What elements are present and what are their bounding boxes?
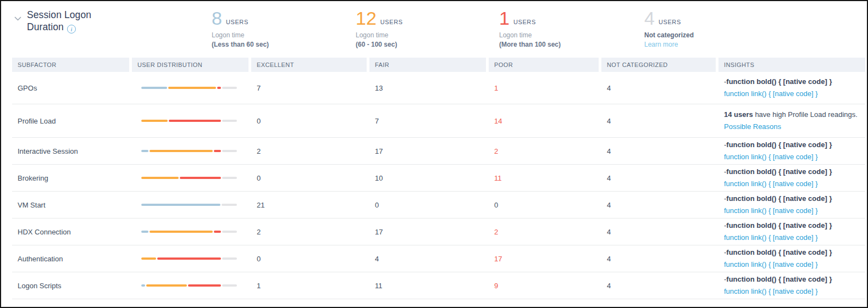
distribution-segment-not_categorized bbox=[222, 284, 237, 287]
distribution-segment-fair bbox=[141, 120, 168, 122]
user-distribution-bar bbox=[141, 87, 237, 89]
table-row: Brokering 0 10 11 4 -function bold() { [… bbox=[12, 165, 865, 192]
possible-reasons-link[interactable]: Possible Reasons bbox=[724, 122, 865, 132]
excellent-value: 0 bbox=[251, 255, 367, 263]
info-icon[interactable]: i bbox=[67, 25, 76, 33]
table-row: GPOs 7 13 1 4 -function bold() { [native… bbox=[12, 72, 865, 104]
poor-value: 2 bbox=[489, 228, 599, 236]
possible-reasons-link[interactable]: function link() { [native code] } bbox=[724, 152, 865, 162]
stat-unit: USERS bbox=[513, 19, 536, 25]
not-categorized-value: 4 bbox=[601, 117, 716, 125]
stat-excellent-users: 8 USERS Logon time (Less than 60 sec) bbox=[212, 9, 269, 48]
user-distribution-bar bbox=[141, 231, 237, 233]
fair-value: 4 bbox=[369, 255, 486, 263]
user-distribution-bar bbox=[141, 120, 237, 122]
stat-fair-users: 12 USERS Logon time (60 - 100 sec) bbox=[356, 9, 403, 48]
chevron-down-icon[interactable] bbox=[14, 13, 21, 23]
stat-not-categorized-users: 4 USERS Not categorized Learn more bbox=[644, 9, 694, 48]
possible-reasons-link[interactable]: function link() { [native code] } bbox=[724, 260, 865, 270]
user-distribution-cell bbox=[132, 87, 248, 89]
insight-line: -function bold() { [native code] } bbox=[724, 275, 865, 284]
fair-value: 0 bbox=[369, 201, 486, 209]
possible-reasons-link[interactable]: function link() { [native code] } bbox=[724, 287, 865, 296]
insight-line: -function bold() { [native code] } bbox=[724, 167, 865, 177]
user-distribution-bar bbox=[141, 204, 237, 206]
distribution-segment-not_categorized bbox=[222, 87, 237, 89]
distribution-segment-not_categorized bbox=[222, 120, 237, 122]
excellent-value: 0 bbox=[251, 174, 367, 182]
stat-range: (More than 100 sec) bbox=[499, 41, 561, 48]
col-header-poor: POOR bbox=[489, 58, 599, 72]
table-row: VM Start 21 0 0 4 -function bold() { [na… bbox=[12, 192, 865, 219]
distribution-segment-poor bbox=[217, 87, 221, 89]
distribution-segment-fair bbox=[168, 87, 216, 89]
subfactor-label: Interactive Session bbox=[12, 147, 129, 155]
table-row: Interactive Session 2 17 2 4 -function b… bbox=[12, 138, 865, 165]
subfactor-label: Profile Load bbox=[12, 117, 129, 125]
poor-value: 1 bbox=[489, 84, 599, 92]
poor-value: 17 bbox=[489, 255, 599, 263]
not-categorized-value: 4 bbox=[601, 228, 716, 236]
user-distribution-bar bbox=[141, 257, 237, 260]
possible-reasons-link[interactable]: function link() { [native code] } bbox=[724, 89, 865, 99]
table-row: Authentication 0 4 17 4 -function bold()… bbox=[12, 245, 865, 272]
table-body: GPOs 7 13 1 4 -function bold() { [native… bbox=[12, 72, 865, 299]
insight-cell: -function bold() { [native code] } funct… bbox=[718, 221, 865, 243]
insight-bold-text: function bold() { [native code] } bbox=[726, 248, 832, 256]
insight-cell: -function bold() { [native code] } funct… bbox=[718, 194, 865, 216]
stat-poor-users: 1 USERS Logon time (More than 100 sec) bbox=[499, 9, 561, 48]
possible-reasons-link[interactable]: function link() { [native code] } bbox=[724, 179, 865, 189]
insight-bold-text: function bold() { [native code] } bbox=[726, 77, 832, 86]
stat-count-row: 1 USERS bbox=[499, 9, 561, 27]
distribution-segment-excellent bbox=[141, 231, 148, 233]
not-categorized-value: 4 bbox=[601, 174, 716, 182]
stat-range: (Less than 60 sec) bbox=[212, 41, 269, 48]
insight-bold-text: function bold() { [native code] } bbox=[726, 194, 832, 203]
distribution-segment-poor bbox=[214, 231, 221, 233]
not-categorized-value: 4 bbox=[601, 255, 716, 263]
distribution-segment-poor bbox=[169, 120, 221, 122]
user-distribution-cell bbox=[132, 150, 248, 152]
excellent-value: 2 bbox=[251, 147, 367, 155]
insight-line: -function bold() { [native code] } bbox=[724, 140, 865, 150]
fair-value: 11 bbox=[369, 282, 486, 290]
possible-reasons-link[interactable]: function link() { [native code] } bbox=[724, 206, 865, 216]
stat-count-row: 8 USERS bbox=[212, 9, 269, 27]
poor-value: 0 bbox=[489, 201, 599, 209]
insight-cell: -function bold() { [native code] } funct… bbox=[718, 167, 865, 189]
insight-line: -function bold() { [native code] } bbox=[724, 77, 865, 87]
distribution-segment-fair bbox=[146, 284, 187, 287]
subfactor-label: Logon Scripts bbox=[12, 282, 129, 290]
not-categorized-value: 4 bbox=[601, 147, 716, 155]
stat-count-row: 4 USERS bbox=[644, 9, 694, 27]
insight-cell: -function bold() { [native code] } funct… bbox=[718, 140, 865, 162]
user-distribution-cell bbox=[132, 120, 248, 122]
distribution-segment-excellent bbox=[141, 150, 148, 152]
learn-more-link[interactable]: Learn more bbox=[644, 41, 694, 48]
distribution-segment-fair bbox=[150, 231, 212, 233]
insight-text: have high Profile Load readings. bbox=[753, 110, 858, 119]
fair-value: 13 bbox=[369, 84, 486, 92]
subfactor-label: HDX Connection bbox=[12, 228, 129, 236]
distribution-segment-fair bbox=[141, 177, 179, 179]
poor-value: 9 bbox=[489, 282, 599, 290]
insight-bold-text: function bold() { [native code] } bbox=[726, 221, 832, 229]
col-header-user-distribution: USER DISTRIBUTION bbox=[132, 58, 248, 72]
distribution-segment-excellent bbox=[141, 87, 167, 89]
excellent-value: 0 bbox=[251, 117, 367, 125]
insight-bold-text: function bold() { [native code] } bbox=[726, 167, 832, 176]
user-distribution-cell bbox=[132, 284, 248, 287]
excellent-value: 21 bbox=[251, 201, 367, 209]
stat-unit: USERS bbox=[226, 19, 248, 25]
excellent-value: 1 bbox=[251, 282, 367, 290]
user-distribution-cell bbox=[132, 231, 248, 233]
distribution-segment-not_categorized bbox=[222, 257, 237, 260]
excellent-value: 7 bbox=[251, 84, 367, 92]
subfactor-label: Authentication bbox=[12, 255, 129, 263]
insight-cell: -function bold() { [native code] } funct… bbox=[718, 248, 865, 270]
insight-bold-text: function bold() { [native code] } bbox=[726, 275, 832, 283]
distribution-segment-not_categorized bbox=[222, 177, 237, 179]
not-categorized-value: 4 bbox=[601, 201, 716, 209]
possible-reasons-link[interactable]: function link() { [native code] } bbox=[724, 233, 865, 243]
user-distribution-cell bbox=[132, 257, 248, 260]
